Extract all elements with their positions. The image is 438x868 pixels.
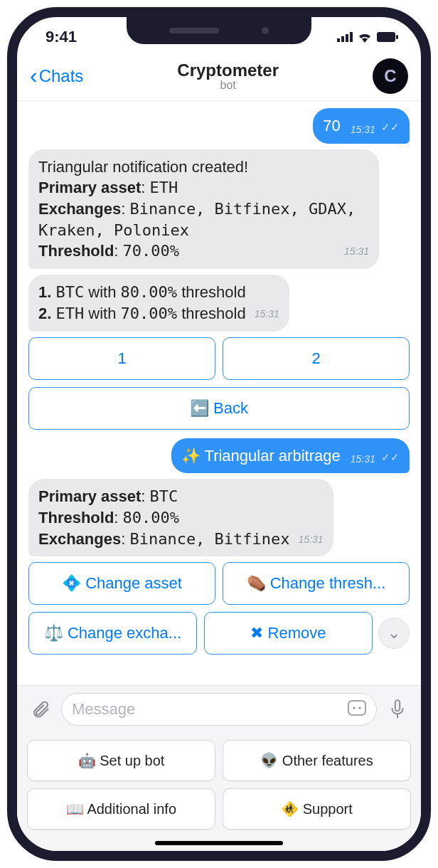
msg-out-2[interactable]: ✨ Triangular arbitrage 15:31 ✓✓ — [171, 438, 410, 474]
msg-time: 15:31 — [255, 307, 279, 321]
bk-btn-other[interactable]: 👽 Other features — [223, 740, 411, 781]
svg-point-7 — [353, 706, 355, 709]
status-time: 9:41 — [46, 28, 77, 46]
svg-rect-5 — [396, 35, 398, 39]
svg-rect-4 — [377, 32, 395, 42]
label-primary: Primary asset — [38, 487, 141, 505]
back-button[interactable]: ‹ Chats — [30, 63, 83, 89]
kb-btn-1[interactable]: 1 — [28, 337, 215, 380]
msg-in-3[interactable]: Primary asset: BTC Threshold: 80.00% Exc… — [28, 479, 333, 556]
wifi-icon — [357, 31, 373, 43]
svg-rect-6 — [348, 701, 365, 715]
kb-btn-2[interactable]: 2 — [223, 337, 410, 380]
svg-rect-1 — [341, 36, 344, 42]
msg-time: 15:31 — [351, 452, 375, 466]
kb-btn-back[interactable]: ⬅️ Back — [28, 387, 410, 430]
avatar-letter: C — [384, 66, 396, 86]
svg-rect-2 — [346, 34, 348, 42]
chevron-left-icon: ‹ — [30, 63, 38, 89]
label-threshold: Threshold — [38, 509, 114, 526]
kb-btn-change-asset[interactable]: 💠 Change asset — [28, 562, 215, 605]
inline-keyboard-2: 💠 Change asset ⚰️ Change thresh... ⚖️ Ch… — [28, 562, 410, 655]
svg-point-8 — [358, 706, 360, 709]
msg-in-1[interactable]: Triangular notification created! Primary… — [28, 149, 379, 269]
chat-header: ‹ Chats Cryptometer bot C — [17, 51, 421, 101]
kb-btn-change-exchanges[interactable]: ⚖️ Change excha... — [28, 612, 197, 655]
svg-rect-9 — [395, 700, 400, 711]
value-exchanges: Binance, Bitfinex — [129, 530, 289, 548]
read-checks-icon: ✓✓ — [381, 451, 400, 463]
kb-btn-remove[interactable]: ✖ Remove — [204, 612, 373, 655]
msg-time: 15:31 — [344, 245, 369, 258]
bk-btn-support[interactable]: 🚸 Support — [223, 788, 411, 830]
svg-rect-3 — [350, 32, 353, 42]
home-indicator[interactable] — [155, 841, 283, 845]
chat-title-wrap[interactable]: Cryptometer bot — [177, 60, 279, 92]
value-threshold: 80.00% — [123, 509, 179, 526]
phone-frame: 9:41 ‹ Chats Cryptometer bot C — [7, 7, 431, 861]
inline-keyboard-1: 1 2 ⬅️ Back — [28, 337, 410, 430]
notch — [127, 17, 311, 44]
battery-icon — [377, 32, 398, 42]
paperclip-icon — [31, 699, 50, 719]
kb-btn-change-threshold[interactable]: ⚰️ Change thresh... — [223, 562, 410, 605]
microphone-icon — [388, 699, 407, 720]
back-label: Chats — [39, 66, 84, 86]
reply-keyboard: 🤖 Set up bot 👽 Other features 📖 Addition… — [17, 733, 421, 830]
chat-subtitle: bot — [177, 79, 279, 92]
mic-button[interactable] — [385, 697, 410, 721]
value-primary: BTC — [150, 487, 178, 505]
bottom-area: Message 🤖 Set up bot 👽 Other features 📖 … — [17, 685, 421, 851]
msg-out-1[interactable]: 70 15:31 ✓✓ — [313, 108, 410, 144]
attach-button[interactable] — [28, 697, 53, 721]
bk-btn-info[interactable]: 📖 Additional info — [27, 788, 215, 830]
message-input[interactable]: Message — [61, 693, 377, 726]
label-exchanges: Exchanges — [38, 200, 121, 218]
svg-rect-0 — [337, 38, 340, 42]
label-exchanges: Exchanges — [38, 530, 121, 548]
msg-time: 15:31 — [299, 533, 324, 546]
bk-btn-setup[interactable]: 🤖 Set up bot — [27, 740, 215, 781]
avatar[interactable]: C — [373, 58, 408, 94]
message-placeholder: Message — [72, 700, 348, 719]
msg-text: ✨ Triangular arbitrage — [181, 447, 341, 465]
read-checks-icon: ✓✓ — [381, 121, 400, 133]
msg-text: 70 — [323, 117, 340, 134]
expand-toggle[interactable]: ⌄ — [378, 618, 410, 649]
cellular-icon — [337, 32, 353, 42]
sticker-icon[interactable] — [348, 700, 366, 719]
value-threshold: 70.00% — [123, 242, 179, 260]
chevron-down-icon: ⌄ — [388, 624, 400, 642]
msg-line: Triangular notification created! — [38, 157, 369, 178]
value-primary: ETH — [150, 179, 178, 196]
msg-time: 15:31 — [351, 123, 375, 137]
chat-title: Cryptometer — [177, 60, 279, 80]
label-threshold: Threshold — [38, 242, 114, 260]
label-primary: Primary asset — [38, 179, 141, 196]
chat-area[interactable]: 70 15:31 ✓✓ Triangular notification crea… — [17, 101, 421, 689]
status-indicators — [337, 31, 398, 43]
msg-in-2[interactable]: 1. BTC with 80.00% threshold 2. ETH with… — [28, 275, 289, 331]
input-row: Message — [17, 686, 421, 733]
